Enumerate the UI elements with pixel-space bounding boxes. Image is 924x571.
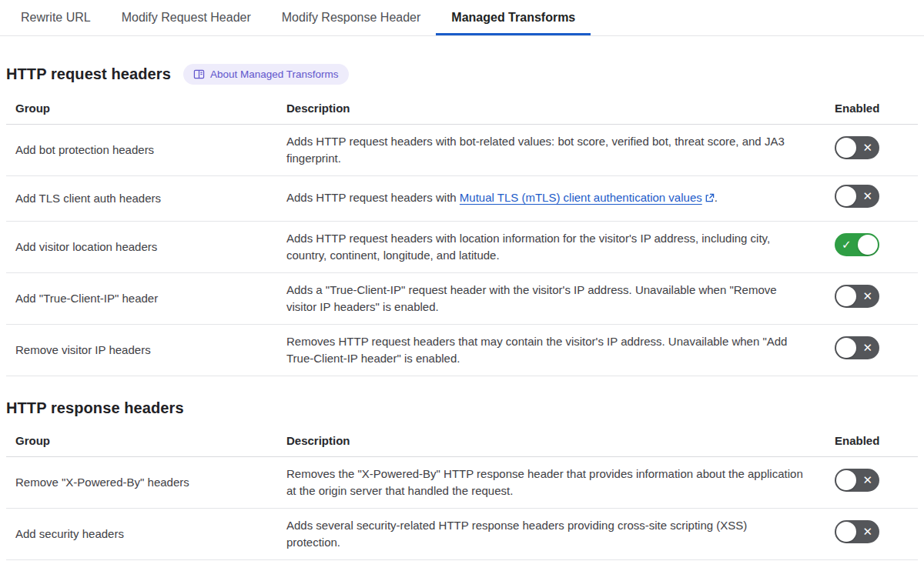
toggle-add-security-headers[interactable]: ✓ ✕ <box>835 520 879 543</box>
group-cell: Remove visitor IP headers <box>6 325 277 376</box>
badge-label: About Managed Transforms <box>210 68 339 80</box>
description-cell: Adds several security-related HTTP respo… <box>277 509 825 560</box>
x-icon: ✕ <box>862 520 872 543</box>
toggle-knob <box>836 138 856 158</box>
request-headers-title: HTTP request headers <box>6 65 171 83</box>
column-header-enabled: Enabled <box>825 94 918 125</box>
toggle-knob <box>858 235 878 255</box>
tab-modify-request-header[interactable]: Modify Request Header <box>106 0 266 35</box>
response-headers-table: Group Description Enabled Remove "X-Powe… <box>6 426 918 560</box>
toggle-remove-visitor-ip-headers[interactable]: ✓ ✕ <box>835 336 879 359</box>
group-cell: Add "True-Client-IP" header <box>6 273 277 325</box>
toggle-tls-client-auth-headers[interactable]: ✓ ✕ <box>835 185 879 208</box>
tab-modify-response-header[interactable]: Modify Response Header <box>266 0 437 35</box>
toggle-knob <box>836 186 856 206</box>
column-header-group: Group <box>6 426 277 457</box>
group-cell: Add bot protection headers <box>6 125 277 176</box>
table-row: Add bot protection headers Adds HTTP req… <box>6 125 918 176</box>
table-row: Add security headers Adds several securi… <box>6 509 918 560</box>
request-headers-table: Group Description Enabled Add bot protec… <box>6 94 918 376</box>
x-icon: ✕ <box>862 185 872 208</box>
table-row: Remove visitor IP headers Removes HTTP r… <box>6 325 918 376</box>
table-row: Add visitor location headers Adds HTTP r… <box>6 222 918 273</box>
column-header-enabled: Enabled <box>825 426 918 457</box>
toggle-knob <box>836 470 856 490</box>
group-cell: Remove "X-Powered-By" headers <box>6 457 277 509</box>
description-cell: Adds HTTP request headers with Mutual TL… <box>277 176 825 222</box>
x-icon: ✕ <box>862 136 872 159</box>
description-text: Adds HTTP request headers with <box>286 191 460 204</box>
x-icon: ✕ <box>862 469 872 492</box>
group-cell: Add security headers <box>6 509 277 560</box>
group-cell: Add TLS client auth headers <box>6 176 277 222</box>
toggle-knob <box>836 286 856 306</box>
group-cell: Add visitor location headers <box>6 222 277 273</box>
check-icon: ✓ <box>842 233 852 256</box>
description-cell: Adds HTTP request headers with bot-relat… <box>277 125 825 176</box>
toggle-knob <box>836 338 856 358</box>
managed-transforms-panel: HTTP request headers About Managed Trans… <box>0 64 924 560</box>
toggle-visitor-location-headers[interactable]: ✓ ✕ <box>835 233 879 256</box>
response-headers-title: HTTP response headers <box>6 399 184 417</box>
x-icon: ✕ <box>862 285 872 308</box>
toggle-true-client-ip-header[interactable]: ✓ ✕ <box>835 285 879 308</box>
description-cell: Adds a "True-Client-IP" request header w… <box>277 273 825 325</box>
tab-managed-transforms[interactable]: Managed Transforms <box>436 0 591 35</box>
about-managed-transforms-link[interactable]: About Managed Transforms <box>183 64 349 85</box>
table-row: Remove "X-Powered-By" headers Removes th… <box>6 457 918 509</box>
toggle-remove-x-powered-by-headers[interactable]: ✓ ✕ <box>835 469 879 492</box>
column-header-description: Description <box>277 426 825 457</box>
table-row: Add TLS client auth headers Adds HTTP re… <box>6 176 918 222</box>
mtls-docs-link[interactable]: Mutual TLS (mTLS) client authentication … <box>460 191 702 204</box>
table-row: Add "True-Client-IP" header Adds a "True… <box>6 273 918 325</box>
book-icon <box>193 68 205 80</box>
column-header-description: Description <box>277 94 825 125</box>
description-cell: Removes the "X-Powered-By" HTTP response… <box>277 457 825 509</box>
description-text: . <box>715 191 718 204</box>
external-link-icon <box>705 191 715 208</box>
tab-rewrite-url[interactable]: Rewrite URL <box>5 0 106 35</box>
description-cell: Adds HTTP request headers with location … <box>277 222 825 273</box>
x-icon: ✕ <box>862 336 872 359</box>
column-header-group: Group <box>6 94 277 125</box>
description-cell: Removes HTTP request headers that may co… <box>277 325 825 376</box>
toggle-bot-protection-headers[interactable]: ✓ ✕ <box>835 136 879 159</box>
tab-bar: Rewrite URL Modify Request Header Modify… <box>0 0 924 36</box>
toggle-knob <box>836 522 856 542</box>
